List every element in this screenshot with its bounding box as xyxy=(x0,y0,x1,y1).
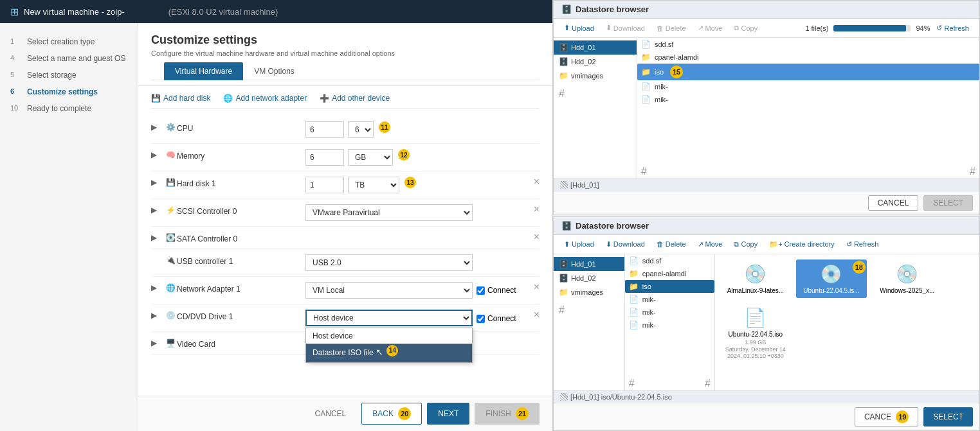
file-mik1-top[interactable]: 📄 mik- xyxy=(637,80,979,93)
file-iso-top[interactable]: 📁 iso 15 xyxy=(637,64,979,80)
cdvd-expand[interactable]: ▶ xyxy=(151,311,164,320)
ds-bottom-download-btn[interactable]: ⬇ Download xyxy=(601,238,650,251)
resize-handle-bottom[interactable] xyxy=(560,393,568,401)
video-expand[interactable]: ▶ xyxy=(151,339,164,347)
add-hard-disk-btn[interactable]: 💾 Add hard disk xyxy=(151,94,210,103)
badge-21: 21 xyxy=(516,407,529,420)
network-connect-checkbox[interactable] xyxy=(476,286,485,295)
tree-item-hdd01-top[interactable]: 🗄️ Hdd_01 xyxy=(554,40,637,55)
file-mik2-bot[interactable]: 📄 mik- xyxy=(625,306,714,319)
hdd-unit-select[interactable]: TB GB xyxy=(348,177,399,193)
ds-top-download-btn[interactable]: ⬇ Download xyxy=(601,21,650,35)
page-title: Customize settings xyxy=(151,33,540,47)
hdd-value-input[interactable] xyxy=(305,177,344,193)
scsi-select[interactable]: VMware Paravirtual xyxy=(305,204,473,221)
wizard-footer: CANCEL BACK 20 NEXT FINISH 21 xyxy=(138,396,552,431)
ds-bottom-tree: 🗄️ Hdd_01 🗄️ Hdd_02 📁 vmimages # xyxy=(554,254,625,391)
ds-bottom-move-btn[interactable]: ↗ Move xyxy=(693,238,728,251)
sidebar-item-ready[interactable]: 10 Ready to complete xyxy=(0,100,138,117)
memory-expand[interactable]: ▶ xyxy=(151,150,164,159)
sata-row: ▶ 💽 SATA Controller 0 × xyxy=(151,227,540,249)
page-description: Configure the virtual machine hardware a… xyxy=(151,49,540,57)
scsi-expand[interactable]: ▶ xyxy=(151,206,164,215)
ds-top-delete-btn[interactable]: 🗑 Delete xyxy=(651,22,691,35)
file-sdd-bot[interactable]: 📄 sdd.sf xyxy=(625,254,714,267)
ds-top-header: 🗄️ Datastore browser xyxy=(554,1,979,19)
tree-item-hdd01-bot[interactable]: 🗄️ Hdd_01 xyxy=(554,257,624,271)
icon-almalinux[interactable]: 💿 AlmaLinux-9-lates... xyxy=(720,259,791,298)
icon-ubuntu-file[interactable]: 📄 Ubuntu-22.04.5.iso 1.99 GB Saturday, D… xyxy=(720,303,791,363)
network-label: Network Adapter 1 xyxy=(177,285,305,294)
wizard-body: 1 Select creation type 4 Select a name a… xyxy=(0,23,552,431)
tree-item-vmimages-bot[interactable]: 📁 vmimages xyxy=(554,285,624,299)
network-select[interactable]: VM Local xyxy=(305,282,473,299)
sidebar-item-name[interactable]: 4 Select a name and guest OS xyxy=(0,50,138,67)
cancel-button[interactable]: CANCEL xyxy=(305,403,357,425)
memory-unit-select[interactable]: GB MB xyxy=(348,149,393,166)
ds-top-copy-btn[interactable]: ⧉ Copy xyxy=(729,21,763,35)
file-list-top: 📄 sdd.sf 📁 cpanel-alamdi 📁 iso 15 xyxy=(637,38,979,106)
ds-top-tree: 🗄️ Hdd_01 🗄️ Hdd_02 📁 vmimages # xyxy=(554,38,637,179)
dropdown-host-device[interactable]: Host device xyxy=(306,328,472,344)
video-label: Video Card xyxy=(177,340,305,349)
ds-bottom-delete-btn[interactable]: 🗑 Delete xyxy=(651,238,691,251)
ds-bottom-copy-btn[interactable]: ⧉ Copy xyxy=(729,238,763,251)
tree-item-hdd02-top[interactable]: 🗄️ Hdd_02 xyxy=(554,55,637,69)
ds-bottom-footer: CANCE 19 SELECT xyxy=(554,403,979,430)
usb-select[interactable]: USB 2.0 xyxy=(305,254,473,271)
next-button[interactable]: NEXT xyxy=(427,403,469,425)
cdvd-controls: Host device Datastore ISO file Host devi… xyxy=(305,310,534,326)
dropdown-datastore-iso[interactable]: Datastore ISO file ↖ 14 xyxy=(306,344,472,362)
scsi-close-btn[interactable]: × xyxy=(534,204,540,215)
file-mik1-bot[interactable]: 📄 mik- xyxy=(625,293,714,306)
scsi-row: ▶ ⚡ SCSI Controller 0 VMware Paravirtual… xyxy=(151,199,540,227)
ds-bottom-create-dir-btn[interactable]: 📁+ Create directory xyxy=(764,238,840,251)
resize-handle-top[interactable] xyxy=(560,181,568,189)
add-network-adapter-btn[interactable]: 🌐 Add network adapter xyxy=(223,94,307,103)
file-mik2-top[interactable]: 📄 mik- xyxy=(637,93,979,106)
sidebar-item-creation[interactable]: 1 Select creation type xyxy=(0,33,138,50)
cdvd-connect-checkbox[interactable] xyxy=(476,315,485,323)
memory-value-input[interactable] xyxy=(305,149,344,166)
cpu-dropdown[interactable]: 6 xyxy=(348,121,374,138)
file-mik3-bot[interactable]: 📄 mik- xyxy=(625,319,714,331)
cdvd-row: ▶ 💿 CD/DVD Drive 1 Host device Datastore… xyxy=(151,304,540,332)
ds-top-move-btn[interactable]: ↗ Move xyxy=(693,21,728,35)
sidebar-item-customize[interactable]: 6 Customize settings xyxy=(0,84,138,100)
ds-bottom-select-btn[interactable]: SELECT xyxy=(923,407,973,427)
tab-vm-options[interactable]: VM Options xyxy=(243,62,305,80)
network-close-btn[interactable]: × xyxy=(534,282,540,292)
cdvd-select[interactable]: Host device Datastore ISO file xyxy=(305,310,473,326)
file-sdd-top[interactable]: 📄 sdd.sf xyxy=(637,38,979,51)
back-button[interactable]: BACK 20 xyxy=(361,403,422,425)
ds-bottom-cancel-btn[interactable]: CANCE 19 xyxy=(855,407,918,427)
icon-windows[interactable]: 💿 Windows-2025_x... xyxy=(872,259,943,298)
ds-bottom-toolbar: ⬆ Upload ⬇ Download 🗑 Delete ↗ Move ⧉ Co… xyxy=(554,235,979,254)
cpu-value-input[interactable] xyxy=(305,121,344,138)
file-cpanel-top[interactable]: 📁 cpanel-alamdi xyxy=(637,51,979,64)
ds-bottom-refresh-btn[interactable]: ↺ Refresh xyxy=(841,238,884,251)
sata-close-btn[interactable]: × xyxy=(534,232,540,242)
sidebar-item-storage[interactable]: 5 Select storage xyxy=(0,67,138,84)
tree-item-hdd02-bot[interactable]: 🗄️ Hdd_02 xyxy=(554,271,624,285)
add-other-device-btn[interactable]: ➕ Add other device xyxy=(320,94,390,103)
cpu-expand[interactable]: ▶ xyxy=(151,123,164,132)
hdd-expand[interactable]: ▶ xyxy=(151,178,164,187)
scsi-label: SCSI Controller 0 xyxy=(177,207,305,216)
ds-top-cancel-btn[interactable]: CANCEL xyxy=(868,195,919,211)
file-cpanel-bot[interactable]: 📁 cpanel-alamdi xyxy=(625,267,714,280)
ds-top-upload-btn[interactable]: ⬆ Upload xyxy=(559,21,599,35)
cdvd-label: CD/DVD Drive 1 xyxy=(177,312,305,321)
hdd-close-btn[interactable]: × xyxy=(534,177,540,187)
sata-expand[interactable]: ▶ xyxy=(151,233,164,242)
file-iso-bot[interactable]: 📁 iso xyxy=(625,280,714,293)
ds-top-refresh-btn[interactable]: ↺ Refresh xyxy=(931,21,974,35)
icon-ubuntu-selected[interactable]: 💿 Ubuntu-22.04.5.is... 18 xyxy=(796,259,867,298)
cdvd-close-btn[interactable]: × xyxy=(534,310,540,320)
tree-item-vmimages-top[interactable]: 📁 vmimages xyxy=(554,69,637,83)
ds-top-content: 🗄️ Hdd_01 🗄️ Hdd_02 📁 vmimages # xyxy=(554,38,979,179)
badge-13: 13 xyxy=(404,177,416,188)
ds-bottom-upload-btn[interactable]: ⬆ Upload xyxy=(559,238,599,251)
net-expand[interactable]: ▶ xyxy=(151,283,164,292)
tab-virtual-hardware[interactable]: Virtual Hardware xyxy=(164,62,243,80)
